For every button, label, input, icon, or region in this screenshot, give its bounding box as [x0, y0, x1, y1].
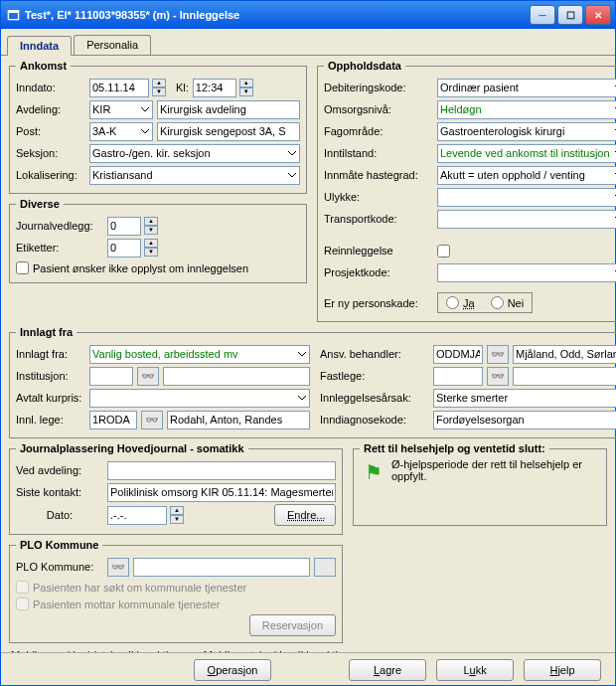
jv-up[interactable]: ▲ [144, 217, 158, 226]
etiketter-input[interactable] [107, 239, 141, 257]
ulykke-select[interactable] [437, 188, 616, 207]
button-bar: Operasjon Lagre Lukk Hjelp [1, 652, 615, 683]
tab-inndata[interactable]: Inndata [7, 36, 72, 56]
minimize-button[interactable]: ─ [530, 5, 555, 25]
operasjon-button[interactable]: Operasjon [194, 659, 271, 681]
plo-square-button[interactable] [314, 558, 336, 577]
avdeling-label: Avdeling: [16, 103, 85, 115]
opphold-legend: Oppholdsdata [324, 60, 405, 72]
innlagt-legend: Innlagt fra [16, 326, 77, 338]
et-down[interactable]: ▼ [144, 248, 158, 257]
close-button[interactable]: ✕ [585, 5, 611, 25]
ulykke-label: Ulykke: [324, 191, 433, 203]
transportkode-select[interactable] [437, 210, 616, 229]
plo-kommune-input[interactable] [133, 558, 310, 577]
kl-input[interactable] [193, 79, 236, 97]
endre-button[interactable]: Endre... [274, 504, 336, 526]
fagomrade-select[interactable]: Gastroenterologisk kirurgi [437, 122, 616, 141]
opphold-group: Oppholdsdata Debiteringskode: Ordinær pa… [317, 60, 616, 322]
opplyst-label: Pasient ønsker ikke opplyst om innleggel… [33, 262, 248, 274]
dato-label: Dato: [16, 509, 103, 521]
diag-select[interactable]: Fordøyelsesorgan [433, 411, 616, 429]
innmate-select[interactable]: Akutt = uten opphold / venting [437, 166, 616, 185]
dato-input[interactable] [107, 506, 167, 525]
innl-lege-search-icon[interactable]: 👓 [141, 411, 163, 429]
inndato-up[interactable]: ▲ [152, 79, 166, 87]
fastlege-navn[interactable] [513, 367, 616, 386]
et-up[interactable]: ▲ [144, 239, 158, 248]
ansv-kode[interactable] [433, 345, 483, 364]
inndato-input[interactable] [89, 79, 149, 97]
plo-legend: PLO Kommune [16, 539, 102, 551]
inntilstand-select[interactable]: Levende ved ankomst til institusjon [437, 144, 616, 163]
post-select[interactable]: 3A-K [89, 122, 153, 141]
seksjon-label: Seksjon: [16, 147, 85, 159]
innlagt-fra-select[interactable]: Vanlig bosted, arbeidssted mv [89, 345, 310, 364]
personskade-ja-radio[interactable] [446, 296, 459, 309]
journalvedlegg-label: Journalvedlegg: [16, 220, 103, 232]
jv-down[interactable]: ▼ [144, 226, 158, 235]
inntilstand-label: Inntilstand: [324, 147, 433, 159]
sokt-checkbox [16, 581, 29, 594]
tab-personalia[interactable]: Personalia [74, 35, 151, 55]
avtalt-select[interactable] [89, 389, 310, 408]
rett-legend: Rett til helsehjelp og ventetid slutt: [360, 442, 549, 454]
fagomrade-label: Fagområde: [324, 125, 433, 137]
app-icon: 🗔 [5, 7, 21, 23]
rett-text: Ø-hjelpsperiode der rett til helsehjelp … [391, 458, 600, 486]
journalvedlegg-input[interactable] [107, 217, 141, 236]
lokalisering-select[interactable]: Kristiansand [89, 166, 300, 185]
fastlege-kode[interactable] [433, 367, 483, 386]
kl-up[interactable]: ▲ [239, 79, 253, 87]
lagre-button[interactable]: Lagre [349, 659, 426, 681]
arsak-label: Innleggelsesårsak: [320, 392, 429, 404]
ansv-navn[interactable] [513, 345, 616, 364]
debiteringskode-select[interactable]: Ordinær pasient [437, 79, 616, 97]
ankomst-group: Ankomst Inndato: ▲▼ Kl: ▲▼ Avdeling: KIR [9, 60, 307, 194]
dato-up[interactable]: ▲ [170, 506, 184, 515]
dato-down[interactable]: ▼ [170, 515, 184, 524]
window-title: Test*, El* 111003*98355* (m) - Innleggel… [25, 9, 239, 21]
hjelp-button[interactable]: Hjelp [524, 659, 601, 681]
fastlege-label: Fastlege: [320, 370, 429, 382]
seksjon-select[interactable]: Gastro-/gen. kir. seksjon [89, 144, 300, 163]
personskade-nei-radio[interactable] [491, 296, 504, 309]
omsorgsniva-select[interactable]: Heldøgn [437, 100, 616, 119]
institusjon-navn[interactable] [163, 367, 310, 386]
siste-kontakt-input[interactable] [107, 483, 336, 502]
opplyst-checkbox[interactable] [16, 261, 29, 274]
ansv-label: Ansv. behandler: [320, 348, 429, 360]
institusjon-search-icon[interactable]: 👓 [137, 367, 159, 386]
institusjon-kode[interactable] [89, 367, 133, 386]
rett-group: Rett til helsehjelp og ventetid slutt: ⚑… [353, 442, 607, 526]
reservasjon-button: Reservasjon [249, 614, 336, 636]
inndato-label: Inndato: [16, 82, 85, 93]
fastlege-search-icon[interactable]: 👓 [487, 367, 509, 386]
arsak-input[interactable] [433, 389, 616, 408]
post-navn[interactable] [157, 122, 300, 141]
innmate-label: Innmåte hastegrad: [324, 169, 433, 181]
ansv-search-icon[interactable]: 👓 [487, 345, 509, 364]
ved-avdeling-label: Ved avdeling: [16, 464, 103, 476]
kl-down[interactable]: ▼ [239, 87, 253, 96]
diverse-legend: Diverse [16, 198, 64, 210]
plo-kommune-label: PLO Kommune: [16, 561, 103, 573]
plo-search-icon[interactable]: 👓 [107, 558, 129, 577]
mottar-checkbox [16, 598, 29, 610]
transportkode-label: Transportkode: [324, 213, 433, 225]
lukk-button[interactable]: Lukk [436, 659, 514, 681]
kl-label: Kl: [176, 82, 189, 93]
innl-lege-kode[interactable] [89, 411, 137, 429]
avtalt-label: Avtalt kurpris: [16, 392, 85, 404]
innl-lege-navn[interactable] [167, 411, 310, 429]
inndato-down[interactable]: ▼ [152, 87, 166, 96]
ved-avdeling-input[interactable] [107, 461, 336, 480]
maximize-button[interactable]: ☐ [557, 5, 583, 25]
reinnleggelse-checkbox[interactable] [437, 245, 450, 257]
personskade-label: Er ny personskade: [324, 297, 433, 309]
avdeling-select[interactable]: KIR [89, 100, 153, 119]
innlagt-group: Innlagt fra Innlagt fra: Vanlig bosted, … [9, 326, 616, 438]
innlagt-fra-label: Innlagt fra: [16, 348, 85, 360]
avdeling-navn[interactable] [157, 100, 300, 119]
prosjektkode-select[interactable] [437, 263, 616, 282]
